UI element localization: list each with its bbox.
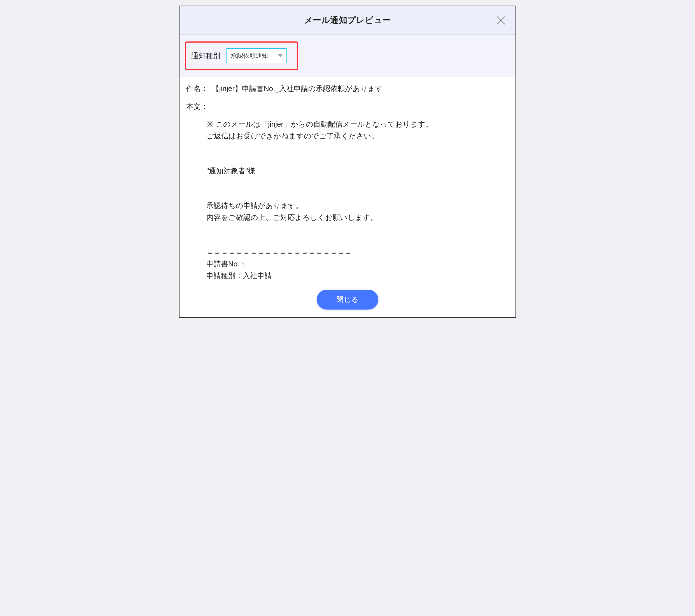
mail-body-text: ※ このメールは「jinjer」からの自動配信メールとなっております。ご返信はお… — [186, 118, 509, 282]
mail-preview-modal: メール通知プレビュー 通知種別 承認依頼通知 件名： 【jinjer】申請書No… — [179, 5, 516, 318]
notification-type-highlight: 通知種別 承認依頼通知 — [185, 41, 298, 70]
close-icon — [495, 15, 507, 26]
mail-body-line: 承認待ちの申請があります。 — [206, 200, 509, 212]
mail-body-line: ＝＝＝＝＝＝＝＝＝＝＝＝＝＝＝＝＝＝＝＝ — [206, 247, 509, 259]
notification-type-select[interactable]: 承認依頼通知 — [226, 48, 287, 63]
mail-body-line: ※ このメールは「jinjer」からの自動配信メールとなっております。 — [206, 118, 509, 130]
mail-body-line: ご返信はお受けできかねますのでご了承ください。 — [206, 130, 509, 142]
mail-preview-body: 件名： 【jinjer】申請書No._入社申請の承認依頼があります 本文： ※ … — [180, 77, 515, 285]
mail-body-line: 申請書No.： — [206, 258, 509, 270]
modal-title: メール通知プレビュー — [185, 15, 510, 26]
mail-body-line — [206, 177, 509, 188]
mail-body-line — [206, 235, 509, 247]
body-label: 本文： — [186, 101, 208, 113]
chevron-down-icon — [278, 54, 283, 57]
subject-row: 件名： 【jinjer】申請書No._入社申請の承認依頼があります — [186, 83, 509, 95]
mail-body-line — [206, 142, 509, 153]
mail-body-line — [206, 153, 509, 165]
close-button[interactable]: 閉じる — [317, 290, 378, 310]
filter-bar: 通知種別 承認依頼通知 — [180, 35, 515, 77]
mail-body-line — [206, 188, 509, 200]
mail-body-line — [206, 223, 509, 235]
close-icon-button[interactable] — [494, 14, 508, 27]
modal-footer: 閉じる — [180, 285, 515, 317]
subject-value: 【jinjer】申請書No._入社申請の承認依頼があります — [212, 83, 383, 95]
notification-type-label: 通知種別 — [191, 51, 220, 61]
subject-label: 件名： — [186, 83, 208, 95]
modal-header: メール通知プレビュー — [180, 6, 515, 35]
mail-body-line: 申請種別：入社申請 — [206, 270, 509, 282]
mail-body-line: "通知対象者"様 — [206, 165, 509, 177]
mail-body-line: 内容をご確認の上、ご対応よろしくお願いします。 — [206, 212, 509, 223]
notification-type-selected-value: 承認依頼通知 — [231, 52, 268, 59]
body-label-row: 本文： — [186, 101, 509, 113]
